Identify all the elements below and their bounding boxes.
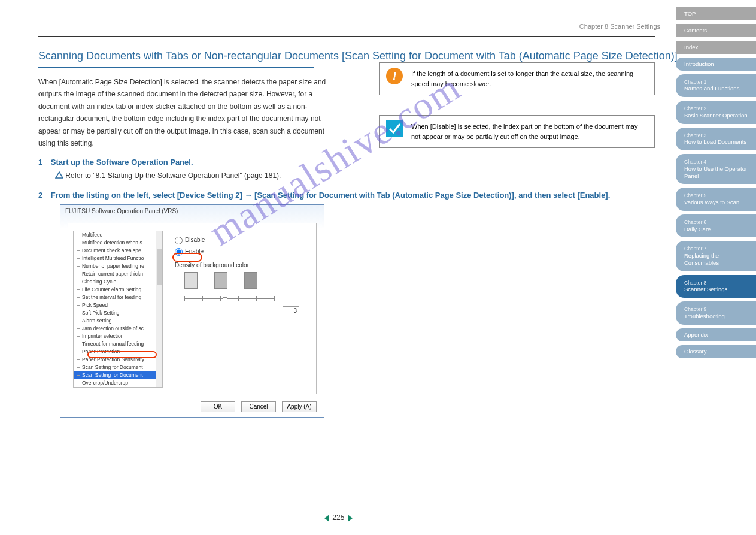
- sidebar-chapter[interactable]: Chapter 8Scanner Settings: [676, 275, 756, 298]
- step-1-label: 1 Start up the Software Operation Panel.: [38, 158, 756, 167]
- step-2-label: 2 From the listing on the left, select […: [38, 191, 756, 200]
- settings-panel-screenshot: FUJITSU Software Operation Panel (VRS) M…: [60, 204, 324, 418]
- panel-body: MultifeedMultifeed detection when sDocum…: [68, 223, 317, 394]
- sidebar-chapter[interactable]: Chapter 3How to Load Documents: [676, 128, 756, 151]
- sidebar-index-link[interactable]: Index: [676, 41, 756, 54]
- tree-item[interactable]: Multifeed: [74, 231, 162, 239]
- tree-item[interactable]: Multifeed detection when s: [74, 239, 162, 247]
- radio-disable[interactable]: Disable: [175, 237, 311, 244]
- right-pane: Disable Enable Density of background col…: [170, 233, 311, 303]
- settings-tree: MultifeedMultifeed detection when sDocum…: [73, 231, 163, 388]
- sidebar-top[interactable]: TOP: [676, 7, 756, 20]
- slider-value: 3: [283, 306, 299, 315]
- section-title: Scanning Documents with Tabs or Non-rect…: [38, 50, 756, 62]
- density-label: Density of background color: [175, 262, 311, 268]
- radio-disable-label: Disable: [185, 237, 205, 243]
- step-number: 2: [38, 191, 42, 200]
- tree-item[interactable]: Imprinter selection: [74, 333, 162, 340]
- tree-item[interactable]: Timeout for manual feeding: [74, 340, 162, 348]
- rule-top: [38, 36, 655, 37]
- tree-item[interactable]: Scan Setting for Document: [74, 371, 162, 379]
- hint-callout: When [Disable] is selected, the index pa…: [379, 115, 655, 148]
- radio-enable-input[interactable]: [175, 248, 183, 256]
- panel-buttons: OK Cancel Apply (A): [201, 401, 317, 412]
- sidebar-chapter[interactable]: Chapter 4How to Use the Operator Panel: [676, 154, 756, 184]
- tree-item[interactable]: Cleaning Cycle: [74, 278, 162, 286]
- step-text: Start up the Software Operation Panel.: [51, 158, 193, 167]
- sidebar-index: TOP Contents Index Introduction Chapter …: [676, 7, 756, 362]
- tree-item[interactable]: Retain current paper thickn: [74, 270, 162, 278]
- next-page-icon[interactable]: [348, 515, 353, 522]
- tree-item[interactable]: Intelligent Multifeed Functio: [74, 255, 162, 262]
- tree-item[interactable]: Pick Speed: [74, 301, 162, 309]
- tree-item[interactable]: Number of paper feeding re: [74, 262, 162, 270]
- prev-page-icon[interactable]: [324, 515, 329, 522]
- tree-item[interactable]: Scan Setting for Document: [74, 364, 162, 371]
- slider-thumb[interactable]: [223, 297, 227, 303]
- tree-item[interactable]: Overcrop/Undercrop: [74, 379, 162, 387]
- sidebar-chapter[interactable]: Chapter 6Daily Care: [676, 214, 756, 238]
- ok-button[interactable]: OK: [201, 401, 235, 412]
- tree-item[interactable]: Paper Protection Sensitivity: [74, 356, 162, 364]
- sidebar-chapter[interactable]: Chapter 2Basic Scanner Operation: [676, 101, 756, 124]
- sidebar-chapter[interactable]: Chapter 5Various Ways to Scan: [676, 188, 756, 211]
- sidebar-chapter[interactable]: Chapter 7Replacing the Consumables: [676, 241, 756, 271]
- page-number: 225: [332, 513, 344, 522]
- hint-icon: [386, 120, 403, 137]
- tree-item[interactable]: Soft Pick Setting: [74, 309, 162, 317]
- reference-icon: [55, 171, 63, 182]
- scrollbar[interactable]: [156, 231, 162, 387]
- sidebar-contents[interactable]: Contents: [676, 24, 756, 37]
- density-slider[interactable]: [184, 295, 274, 303]
- tree-item[interactable]: Alarm setting: [74, 317, 162, 325]
- step-1-ref: Refer to "8.1 Starting Up the Software O…: [55, 170, 756, 182]
- tree-item[interactable]: Set the interval for feeding: [74, 294, 162, 301]
- chapter-header: Chapter 8 Scanner Settings: [579, 23, 660, 30]
- attention-text: If the length of a document is set to lo…: [411, 70, 633, 87]
- density-thumbs: [184, 272, 311, 289]
- sidebar-intro[interactable]: Introduction: [676, 58, 756, 71]
- attention-icon: [386, 68, 403, 84]
- density-thumb-dark: [244, 272, 257, 289]
- tree-item[interactable]: Document check area spe: [74, 247, 162, 255]
- intro-paragraph: When [Automatic Page Size Detection] is …: [38, 76, 338, 149]
- sidebar-glossary[interactable]: Glossary: [676, 345, 756, 358]
- step-text: From the listing on the left, select [De…: [51, 191, 610, 200]
- radio-enable[interactable]: Enable: [175, 248, 311, 256]
- density-thumb-mid: [214, 272, 227, 289]
- attention-callout: If the length of a document is set to lo…: [379, 62, 655, 95]
- sidebar-chapter[interactable]: Chapter 9Troubleshooting: [676, 301, 756, 325]
- sidebar-chapter[interactable]: Chapter 1Names and Functions: [676, 74, 756, 98]
- radio-disable-input[interactable]: [175, 237, 183, 244]
- rule-blue: [38, 67, 314, 68]
- density-thumb-light: [184, 272, 198, 289]
- tree-item[interactable]: Life Counter Alarm Setting: [74, 286, 162, 294]
- apply-button[interactable]: Apply (A): [282, 401, 317, 412]
- tree-item[interactable]: Jam detection outside of sc: [74, 325, 162, 333]
- sidebar-appendix[interactable]: Appendix: [676, 328, 756, 341]
- radio-enable-label: Enable: [185, 248, 204, 255]
- ref-text: Refer to "8.1 Starting Up the Software O…: [65, 171, 281, 180]
- step-number: 1: [38, 158, 42, 167]
- tree-item[interactable]: Paper Protection: [74, 348, 162, 356]
- panel-title: FUJITSU Software Operation Panel (VRS): [60, 205, 324, 217]
- hint-text: When [Disable] is selected, the index pa…: [411, 123, 638, 140]
- tree-item[interactable]: Maintenance and Inspectio: [74, 387, 162, 388]
- cancel-button[interactable]: Cancel: [241, 401, 276, 412]
- page-footer: 225: [323, 513, 354, 522]
